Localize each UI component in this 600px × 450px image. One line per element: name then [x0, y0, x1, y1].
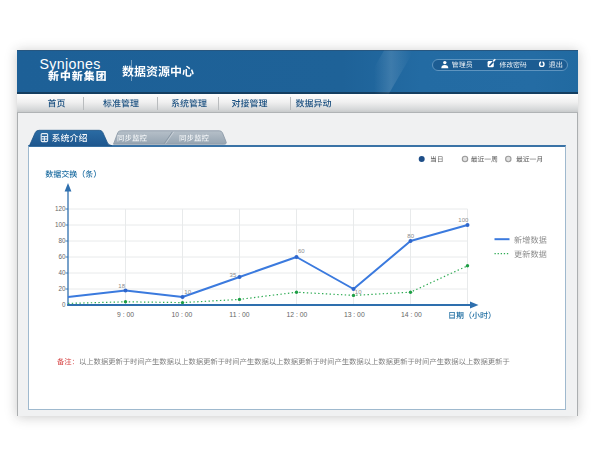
svg-text:20: 20 — [58, 285, 66, 292]
svg-text:35: 35 — [230, 272, 237, 278]
svg-text:14 : 00: 14 : 00 — [401, 311, 422, 318]
svg-text:18: 18 — [118, 283, 125, 289]
svg-text:10: 10 — [184, 289, 191, 295]
svg-text:0: 0 — [62, 301, 66, 308]
svg-text:10: 10 — [355, 289, 362, 295]
svg-text:80: 80 — [407, 233, 414, 239]
svg-text:12 : 00: 12 : 00 — [287, 311, 308, 318]
svg-text:10 : 00: 10 : 00 — [172, 311, 193, 318]
svg-text:40: 40 — [58, 269, 66, 276]
svg-text:13 : 00: 13 : 00 — [344, 311, 365, 318]
svg-text:11 : 00: 11 : 00 — [229, 311, 250, 318]
svg-text:9 : 00: 9 : 00 — [117, 311, 134, 318]
svg-text:60: 60 — [58, 253, 66, 260]
svg-text:80: 80 — [58, 237, 66, 244]
svg-text:100: 100 — [55, 221, 66, 228]
svg-text:60: 60 — [298, 248, 305, 254]
svg-text:100: 100 — [458, 217, 469, 223]
svg-text:120: 120 — [55, 205, 66, 212]
svg-text:Synjones: Synjones — [40, 56, 101, 72]
